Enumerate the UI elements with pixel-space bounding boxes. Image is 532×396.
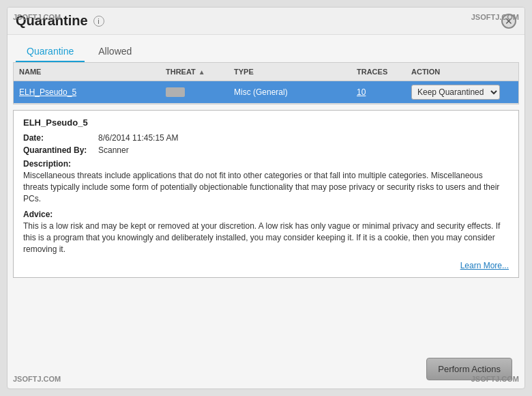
advice-label: Advice: xyxy=(23,210,509,219)
row-action-cell: Keep Quarantined Restore Delete xyxy=(406,81,508,103)
watermark-br: JSOFTJ.COM xyxy=(471,375,519,383)
col-type: TYPE xyxy=(228,66,351,78)
watermark-tr: JSOFTJ.COM xyxy=(471,13,519,21)
col-traces: TRACES xyxy=(351,66,406,78)
threat-indicator xyxy=(166,87,185,97)
col-threat[interactable]: THREAT ▲ xyxy=(160,66,228,78)
row-type-cell: Misc (General) xyxy=(228,81,351,103)
row-name: ELH_Pseudo_5 xyxy=(19,87,76,97)
traces-link[interactable]: 10 xyxy=(357,87,366,97)
learn-more: Learn More... xyxy=(23,261,509,270)
watermark-tl: JSOFTJ.COM xyxy=(13,13,61,21)
detail-panel: ELH_Pseudo_5 Date: 8/6/2014 11:45:15 AM … xyxy=(13,110,519,278)
main-container: JSOFTJ.COM JSOFTJ.COM JSOFTJ.COM JSOFTJ.… xyxy=(0,0,532,396)
quarantined-by-value: Scanner xyxy=(98,145,129,155)
learn-more-link[interactable]: Learn More... xyxy=(460,261,509,270)
info-icon[interactable]: i xyxy=(93,16,104,27)
title-bar: Quarantine i ✕ xyxy=(8,8,524,35)
tab-quarantine[interactable]: Quarantine xyxy=(16,42,85,62)
table-header: NAME THREAT ▲ TYPE TRACES ACTION xyxy=(14,63,518,81)
row-threat-cell xyxy=(160,81,228,103)
quarantined-by-label: Quarantined By: xyxy=(23,145,98,155)
tabs: Quarantine Allowed xyxy=(8,35,524,62)
date-value: 8/6/2014 11:45:15 AM xyxy=(98,133,178,143)
sort-arrow: ▲ xyxy=(198,68,205,76)
row-traces-cell: 10 xyxy=(351,81,406,103)
detail-title: ELH_Pseudo_5 xyxy=(23,117,509,128)
col-name: NAME xyxy=(14,66,160,78)
content-area: NAME THREAT ▲ TYPE TRACES ACTION xyxy=(13,62,519,104)
advice-block: Advice: This is a low risk and may be ke… xyxy=(23,210,509,255)
watermark-bl: JSOFTJ.COM xyxy=(13,375,61,383)
col-action: ACTION xyxy=(406,66,508,78)
description-block: Description: Miscellaneous threats inclu… xyxy=(23,159,509,204)
description-label: Description: xyxy=(23,159,509,169)
table-row[interactable]: ELH_Pseudo_5 Misc (General) 10 Keep Quar… xyxy=(14,81,518,104)
date-label: Date: xyxy=(23,133,98,143)
row-name-cell: ELH_Pseudo_5 xyxy=(14,81,160,103)
tab-allowed[interactable]: Allowed xyxy=(87,42,143,62)
action-select[interactable]: Keep Quarantined Restore Delete xyxy=(411,85,500,100)
detail-date-row: Date: 8/6/2014 11:45:15 AM xyxy=(23,133,509,143)
detail-quarantined-row: Quarantined By: Scanner xyxy=(23,145,509,155)
description-text: Miscellaneous threats include applicatio… xyxy=(23,170,509,204)
window: JSOFTJ.COM JSOFTJ.COM JSOFTJ.COM JSOFTJ.… xyxy=(7,7,525,389)
advice-text: This is a low risk and may be kept or re… xyxy=(23,221,509,255)
